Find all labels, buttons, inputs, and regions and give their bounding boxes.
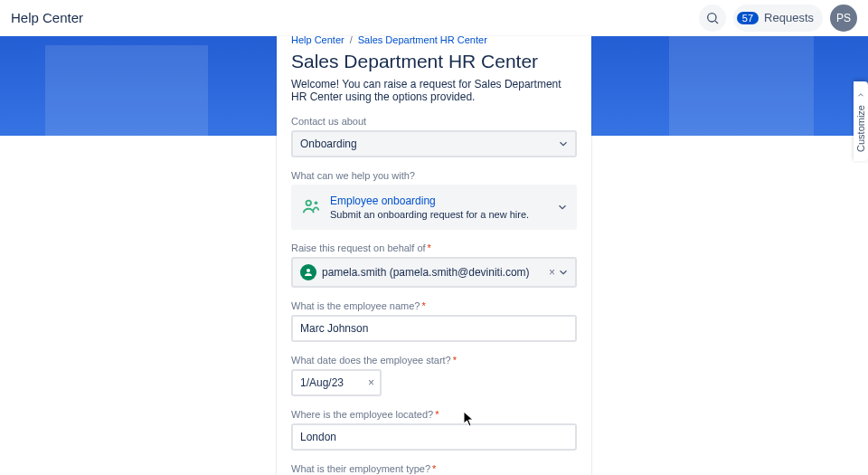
search-button[interactable] [699, 5, 726, 32]
required-mark: * [453, 355, 457, 366]
request-type-title: Employee onboarding [330, 195, 529, 207]
located-label: Where is the employee located? * [291, 409, 577, 420]
contact-select[interactable]: Onboarding [291, 130, 577, 157]
date-value: 1/Aug/23 [300, 376, 344, 389]
onboarding-icon [301, 196, 321, 216]
chevron-down-icon [557, 266, 570, 279]
page-description: Welcome! You can raise a request for Sal… [291, 78, 577, 103]
clear-icon[interactable]: × [549, 266, 555, 279]
date-label: What date does the employee start? * [291, 355, 577, 366]
contact-value: Onboarding [300, 138, 357, 150]
located-input-wrapper [291, 423, 577, 451]
avatar-initials: PS [836, 12, 851, 24]
required-mark: * [435, 409, 439, 420]
svg-point-3 [315, 202, 318, 205]
page-title: Sales Department HR Center [291, 51, 577, 72]
behalf-value: pamela.smith (pamela.smith@deviniti.com) [322, 266, 530, 279]
required-mark: * [421, 300, 425, 311]
name-input[interactable] [300, 322, 568, 335]
required-mark: * [432, 463, 436, 474]
topbar-title[interactable]: Help Center [11, 10, 83, 25]
chevron-down-icon [557, 138, 570, 150]
name-label: What is the employee name? * [291, 300, 577, 311]
svg-point-2 [307, 201, 312, 206]
requests-count-badge: 57 [737, 12, 759, 24]
svg-line-1 [715, 21, 718, 24]
search-icon [705, 11, 720, 25]
topbar: Help Center 57 Requests PS [0, 0, 868, 36]
svg-point-0 [707, 13, 715, 21]
located-input[interactable] [300, 431, 568, 443]
emp-type-label: What is their employment type? * [291, 463, 577, 474]
contact-label: Contact us about [291, 116, 577, 127]
name-input-wrapper [291, 315, 577, 342]
required-mark: * [428, 242, 431, 253]
request-type-select[interactable]: Employee onboarding Submit an onboarding… [291, 185, 577, 230]
request-form-card: Help Center / Sales Department HR Center… [277, 20, 591, 475]
chevron-down-icon [556, 201, 569, 214]
help-label: What can we help you with? [291, 170, 577, 181]
request-type-desc: Submit an onboarding request for a new h… [330, 209, 529, 220]
svg-point-4 [307, 269, 310, 272]
requests-label: Requests [764, 11, 814, 24]
user-avatar-icon [300, 264, 316, 280]
date-input[interactable]: 1/Aug/23 × [291, 369, 382, 396]
customize-tab[interactable]: Customize [854, 81, 868, 161]
user-avatar[interactable]: PS [830, 5, 857, 32]
request-type-text: Employee onboarding Submit an onboarding… [330, 195, 529, 220]
requests-button[interactable]: 57 Requests [733, 5, 823, 32]
customize-label: Customize [855, 105, 866, 152]
chevron-down-icon [856, 90, 865, 100]
behalf-label: Raise this request on behalf of * [291, 242, 577, 253]
behalf-picker[interactable]: pamela.smith (pamela.smith@deviniti.com)… [291, 257, 577, 288]
clear-date-icon[interactable]: × [368, 376, 374, 389]
